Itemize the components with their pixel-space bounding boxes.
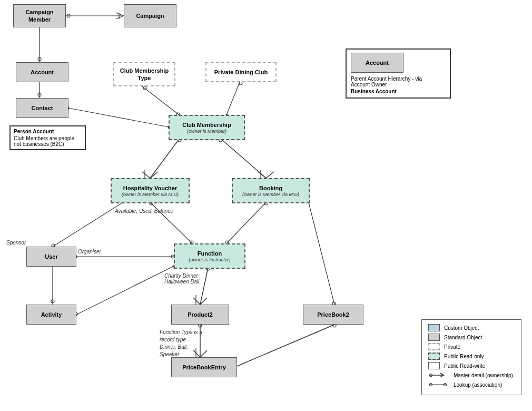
node-campaign-label: Campaign bbox=[136, 12, 164, 19]
legend-lookup: Lookup (association) bbox=[428, 381, 515, 388]
legend-custom-label: Custom Object bbox=[444, 325, 479, 331]
legend-pub-rw: Public Read-write bbox=[428, 362, 515, 369]
label-charity: Charity DinnerHalloween Ball bbox=[164, 273, 199, 285]
ba-business-text: Business Account bbox=[351, 89, 446, 94]
node-activity-label: Activity bbox=[41, 311, 62, 318]
svg-line-24 bbox=[306, 190, 334, 305]
svg-line-11 bbox=[226, 82, 240, 115]
svg-line-38 bbox=[200, 268, 208, 305]
legend-custom: Custom Object bbox=[428, 324, 515, 331]
node-pdc-label: Private Dining Club bbox=[214, 68, 268, 76]
node-function-label: Function bbox=[198, 250, 222, 257]
node-campaign: Campaign bbox=[124, 4, 176, 27]
node-function-sub: (owner is Instructor) bbox=[189, 257, 231, 262]
legend-md-label: Master-detail (ownership) bbox=[454, 373, 513, 378]
svg-line-35 bbox=[76, 266, 174, 315]
legend-private-box bbox=[428, 343, 440, 350]
legend-pub-ro-label: Public Read-only bbox=[444, 354, 484, 359]
node-pricebookentry: PriceBookEntry bbox=[171, 357, 237, 377]
node-club-membership: Club Membership (owner is Member) bbox=[169, 115, 245, 140]
legend-pub-ro: Public Read-only bbox=[428, 353, 515, 360]
node-contact-label: Contact bbox=[32, 104, 53, 112]
node-booking-label: Booking bbox=[259, 184, 282, 192]
legend-box: Custom Object Standard Object Private Pu… bbox=[421, 319, 521, 395]
svg-line-8 bbox=[142, 86, 179, 115]
label-avail: Available, Used, Balance bbox=[115, 208, 173, 214]
node-cmt-label: Club MembershipType bbox=[120, 67, 169, 82]
legend-standard: Standard Object bbox=[428, 334, 515, 341]
node-campaign-member-label: CampaignMember bbox=[25, 8, 53, 24]
business-account-box: Account Parent Account Hierarchy - viaAc… bbox=[346, 48, 451, 99]
svg-point-9 bbox=[143, 86, 146, 90]
legend-md-line bbox=[428, 371, 449, 379]
node-product2-label: Product2 bbox=[188, 311, 213, 318]
legend-pub-ro-box bbox=[428, 353, 440, 360]
node-account-ba: Account bbox=[351, 53, 403, 73]
legend-private: Private bbox=[428, 343, 515, 350]
diagram-container: CampaignMember Campaign Account Contact … bbox=[0, 0, 532, 411]
svg-line-30 bbox=[53, 200, 126, 247]
label-sponsor: Sponsor bbox=[6, 240, 26, 246]
node-contact: Contact bbox=[16, 98, 68, 118]
node-pricebook2: PriceBook2 bbox=[303, 305, 363, 325]
svg-line-42 bbox=[234, 325, 334, 367]
ba-hierarchy-text: Parent Account Hierarchy - viaAccount Ow… bbox=[351, 76, 446, 87]
node-activity: Activity bbox=[26, 305, 76, 325]
node-club-membership-type: Club MembershipType bbox=[113, 62, 175, 86]
node-account-ba-label: Account bbox=[366, 59, 389, 66]
node-hv-label: Hospitality Voucher bbox=[123, 184, 177, 192]
node-hospitality-voucher: Hospitality Voucher (owner is Member via… bbox=[111, 178, 190, 203]
node-cm-label: Club Membership bbox=[182, 121, 231, 129]
node-hv-sub: (owner is Member via M:D) bbox=[122, 192, 179, 197]
node-campaign-member: CampaignMember bbox=[13, 4, 66, 27]
legend-lookup-line bbox=[428, 381, 449, 388]
legend-custom-box bbox=[428, 324, 440, 331]
node-user: User bbox=[26, 247, 76, 267]
node-pricebookentry-label: PriceBookEntry bbox=[182, 364, 226, 371]
node-private-dining-club: Private Dining Club bbox=[205, 62, 277, 82]
node-account-pc-label: Account bbox=[31, 68, 54, 76]
legend-master-detail: Master-detail (ownership) bbox=[428, 371, 515, 379]
node-booking-sub: (owner is Member via M:D) bbox=[242, 192, 299, 197]
svg-line-14 bbox=[150, 139, 179, 178]
person-account-desc: Club Members are peoplenot businesses (B… bbox=[14, 135, 82, 147]
svg-line-16 bbox=[221, 139, 266, 178]
label-organiser: Organiser bbox=[78, 249, 101, 255]
person-account-box: Person Account Club Members are peopleno… bbox=[9, 125, 86, 150]
svg-point-5 bbox=[38, 57, 41, 61]
legend-standard-label: Standard Object bbox=[444, 335, 482, 340]
person-account-title: Person Account bbox=[14, 129, 82, 134]
svg-point-34 bbox=[51, 300, 54, 303]
node-user-label: User bbox=[45, 253, 57, 260]
label-function-type: Function Type is arecord type -Dinner, B… bbox=[160, 329, 202, 358]
node-booking: Booking (owner is Member via M:D) bbox=[232, 178, 310, 203]
node-product2: Product2 bbox=[171, 305, 229, 325]
node-function: Function (owner is Instructor) bbox=[174, 243, 245, 269]
svg-point-7 bbox=[38, 93, 41, 96]
legend-lookup-label: Lookup (association) bbox=[454, 382, 502, 388]
legend-pub-rw-label: Public Read-write bbox=[444, 363, 485, 369]
svg-line-46 bbox=[68, 108, 169, 127]
node-account-pc: Account bbox=[16, 62, 68, 82]
svg-line-21 bbox=[226, 202, 266, 243]
svg-point-3 bbox=[67, 14, 70, 17]
legend-pub-rw-box bbox=[428, 362, 440, 369]
node-cm-sub: (owner is Member) bbox=[187, 129, 226, 134]
legend-standard-box bbox=[428, 334, 440, 341]
node-pricebook2-label: PriceBook2 bbox=[317, 311, 349, 318]
legend-private-label: Private bbox=[444, 344, 460, 350]
